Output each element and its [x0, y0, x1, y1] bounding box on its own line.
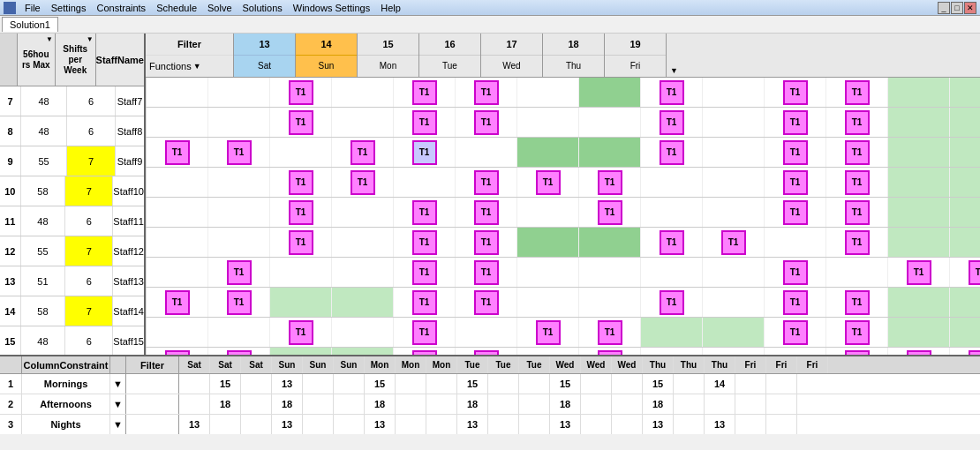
cell-15-sat2[interactable] — [208, 318, 270, 347]
cell-9-fri2[interactable] — [950, 138, 980, 167]
shift-badge-8-thu2[interactable]: T1 — [845, 110, 870, 135]
shift-badge-13-fri1[interactable]: T1 — [907, 260, 931, 285]
cell-10-tue1[interactable]: T1 — [517, 168, 579, 197]
cell-7-thu2[interactable]: T1 — [826, 78, 888, 107]
cell-7-mon2[interactable]: T1 — [456, 78, 517, 107]
shift-badge-13-sat2[interactable]: T1 — [227, 260, 252, 285]
mornings-dropdown[interactable]: ▼ — [110, 374, 126, 394]
cell-8-sun1[interactable]: T1 — [270, 108, 332, 137]
shift-badge-12-thu2[interactable]: T1 — [845, 230, 870, 255]
shift-badge-8-thu1[interactable]: T1 — [783, 110, 808, 135]
cell-7-thu1[interactable]: T1 — [765, 78, 826, 107]
hours-dropdown-icon[interactable]: ▼ — [46, 35, 53, 43]
cell-11-wed1[interactable] — [641, 198, 703, 227]
shift-badge-14-thu2[interactable]: T1 — [845, 290, 870, 315]
shift-badge-16-thu2[interactable]: T1 — [845, 350, 870, 356]
cell-14-tue2[interactable] — [579, 288, 641, 317]
cell-12-mon1[interactable]: T1 — [394, 228, 456, 257]
shift-badge-7-wed1[interactable]: T1 — [660, 80, 684, 105]
cell-11-mon2[interactable]: T1 — [456, 198, 517, 227]
cell-15-sun2[interactable] — [332, 318, 394, 347]
shift-badge-13-mon2[interactable]: T1 — [474, 260, 499, 285]
cell-11-tue1[interactable] — [517, 198, 579, 227]
cell-12-mon2[interactable]: T1 — [456, 228, 517, 257]
cell-15-thu2[interactable]: T1 — [826, 318, 888, 347]
cell-16-thu1[interactable] — [765, 348, 826, 355]
cell-15-mon1[interactable]: T1 — [394, 318, 456, 347]
shift-badge-12-wed1[interactable]: T1 — [660, 230, 684, 255]
shift-badge-10-sun2[interactable]: T1 — [351, 170, 375, 195]
cell-13-fri1[interactable]: T1 — [888, 258, 950, 287]
functions-dropdown[interactable]: ▼ — [193, 62, 201, 71]
cell-12-wed2[interactable]: T1 — [703, 228, 765, 257]
cell-16-sat2[interactable]: T1 — [208, 348, 270, 355]
shift-badge-16-mon2[interactable]: T1 — [474, 350, 499, 356]
shift-badge-9-thu1[interactable]: T1 — [783, 140, 808, 165]
cell-7-sat1[interactable] — [147, 78, 208, 107]
shift-badge-11-thu1[interactable]: T1 — [783, 200, 808, 225]
cell-9-mon1[interactable]: T1 — [394, 138, 456, 167]
cell-14-fri2[interactable] — [950, 288, 980, 317]
cell-10-sun2[interactable]: T1 — [332, 168, 394, 197]
shift-badge-9-wed1[interactable]: T1 — [660, 140, 684, 165]
cell-15-wed1[interactable] — [641, 318, 703, 347]
cell-13-mon1[interactable]: T1 — [394, 258, 456, 287]
cell-9-wed2[interactable] — [703, 138, 765, 167]
cell-14-mon2[interactable]: T1 — [456, 288, 517, 317]
cell-8-fri2[interactable] — [950, 108, 980, 137]
cell-15-wed2[interactable] — [703, 318, 765, 347]
menu-constraints[interactable]: Constraints — [91, 3, 151, 13]
menu-file[interactable]: File — [19, 3, 46, 13]
cell-10-mon1[interactable] — [394, 168, 456, 197]
shift-badge-12-sun1[interactable]: T1 — [289, 230, 313, 255]
cell-9-fri1[interactable] — [888, 138, 950, 167]
cell-10-wed2[interactable] — [703, 168, 765, 197]
cell-13-sun1[interactable] — [270, 258, 332, 287]
cell-9-tue2[interactable] — [579, 138, 641, 167]
cell-8-mon2[interactable]: T1 — [456, 108, 517, 137]
cell-11-thu1[interactable]: T1 — [765, 198, 826, 227]
cell-9-mon2[interactable] — [456, 138, 517, 167]
cell-14-sat2[interactable]: T1 — [208, 288, 270, 317]
shift-badge-16-fri2[interactable]: T1 — [969, 350, 981, 356]
cell-7-tue2[interactable] — [579, 78, 641, 107]
cell-9-sun1[interactable] — [270, 138, 332, 167]
cell-11-thu2[interactable]: T1 — [826, 198, 888, 227]
shift-badge-7-sun1[interactable]: T1 — [289, 80, 313, 105]
cell-14-wed1[interactable]: T1 — [641, 288, 703, 317]
shift-badge-11-mon1[interactable]: T1 — [412, 200, 437, 225]
shifts-dropdown-icon[interactable]: ▼ — [87, 35, 94, 43]
cell-10-sun1[interactable]: T1 — [270, 168, 332, 197]
cell-11-mon1[interactable]: T1 — [394, 198, 456, 227]
cell-12-thu2[interactable]: T1 — [826, 228, 888, 257]
cell-8-thu2[interactable]: T1 — [826, 108, 888, 137]
cell-8-thu1[interactable]: T1 — [765, 108, 826, 137]
shift-badge-9-sat2[interactable]: T1 — [227, 140, 252, 165]
cell-15-sat1[interactable] — [147, 318, 208, 347]
cell-16-sun1[interactable] — [270, 348, 332, 355]
cell-14-thu2[interactable]: T1 — [826, 288, 888, 317]
shift-badge-8-mon1[interactable]: T1 — [412, 110, 437, 135]
shift-badge-10-tue1[interactable]: T1 — [536, 170, 561, 195]
cell-12-fri1[interactable] — [888, 228, 950, 257]
cell-9-thu1[interactable]: T1 — [765, 138, 826, 167]
shift-badge-9-thu2[interactable]: T1 — [845, 140, 870, 165]
cell-13-tue1[interactable] — [517, 258, 579, 287]
shift-badge-7-mon1[interactable]: T1 — [412, 80, 437, 105]
cell-9-wed1[interactable]: T1 — [641, 138, 703, 167]
cell-10-sat2[interactable] — [208, 168, 270, 197]
cell-15-fri1[interactable] — [888, 318, 950, 347]
shift-badge-14-thu1[interactable]: T1 — [783, 290, 808, 315]
shift-badge-15-tue2[interactable]: T1 — [598, 320, 622, 345]
cell-16-fri1[interactable]: T1 — [888, 348, 950, 355]
cell-12-thu1[interactable] — [765, 228, 826, 257]
cell-16-fri2[interactable]: T1 — [950, 348, 980, 355]
shift-badge-9-sat1[interactable]: T1 — [165, 140, 190, 165]
shift-badge-12-mon2[interactable]: T1 — [474, 230, 499, 255]
cell-8-fri1[interactable] — [888, 108, 950, 137]
cell-9-thu2[interactable]: T1 — [826, 138, 888, 167]
cell-10-fri1[interactable] — [888, 168, 950, 197]
cell-7-sat2[interactable] — [208, 78, 270, 107]
cell-13-wed2[interactable] — [703, 258, 765, 287]
cell-7-mon1[interactable]: T1 — [394, 78, 456, 107]
